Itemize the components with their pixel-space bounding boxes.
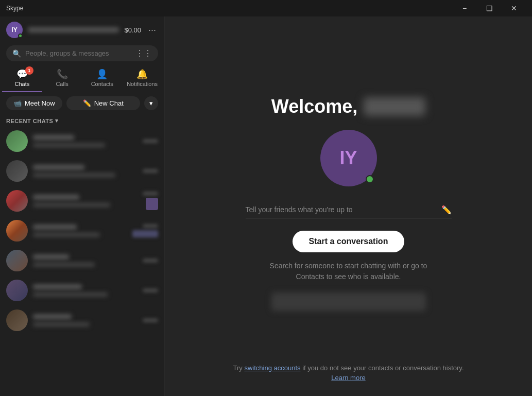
maximize-button[interactable]: ❑ (477, 0, 501, 16)
footer-pre-text: Try (233, 364, 244, 372)
chat-meta (132, 224, 158, 237)
contacts-icon: 👤 (96, 68, 108, 80)
chat-info (33, 254, 138, 267)
chat-preview-blur (33, 322, 90, 326)
online-status-dot (18, 33, 23, 38)
chat-avatar (6, 220, 28, 242)
chat-name-blur (33, 135, 74, 140)
video-icon: 📹 (13, 99, 22, 107)
chat-avatar (6, 190, 28, 212)
chat-time-blur (143, 318, 158, 322)
main-content: Welcome, IY Tell your friends what you'r… (165, 16, 532, 396)
chats-label: Chats (15, 81, 30, 87)
chat-name-blur (33, 225, 77, 230)
search-bar[interactable]: 🔍 ⋮⋮ (6, 45, 158, 61)
list-item[interactable] (0, 246, 164, 276)
status-input-area[interactable]: Tell your friends what you're up to ✏️ (246, 205, 452, 218)
chat-info (33, 284, 138, 297)
chat-name-blur (33, 284, 82, 289)
nav-tabs: 💬 1 Chats 📞 Calls 👤 Contacts 🔔 Notificat… (0, 65, 164, 92)
chat-unread-badge (146, 198, 158, 210)
welcome-section: Welcome, IY (271, 96, 425, 195)
chat-avatar (6, 309, 28, 331)
chat-avatar (6, 250, 28, 271)
chat-avatar (6, 160, 28, 182)
app-title: Skype (6, 5, 453, 12)
chat-time-blur (143, 224, 158, 228)
edit-compose-icon: ✏️ (83, 99, 91, 107)
more-options-button[interactable]: ··· (146, 23, 158, 38)
chat-meta (143, 169, 158, 173)
list-item[interactable] (0, 305, 164, 335)
profile-credit: $0.00 (124, 26, 141, 34)
conv-desc-line2: Contacts to see who is available. (296, 272, 401, 281)
avatar-initials: IY (339, 147, 357, 169)
search-icon: 🔍 (12, 49, 21, 58)
blurred-content-bar (271, 292, 426, 311)
list-item[interactable] (0, 276, 164, 305)
chat-preview-blur (33, 263, 95, 267)
recent-chats-label[interactable]: RECENT CHATS ▾ (0, 114, 164, 126)
chat-info (33, 165, 138, 177)
chat-preview-blur (33, 143, 105, 147)
chat-meta (143, 259, 158, 263)
chat-meta (143, 318, 158, 322)
footer-text: Try switching accounts if you do not see… (233, 364, 464, 382)
minimize-button[interactable]: − (453, 0, 476, 16)
status-placeholder: Tell your friends what you're up to (246, 205, 436, 214)
chat-time-blur (143, 169, 158, 173)
chat-list (0, 126, 164, 396)
meet-now-button[interactable]: 📹 Meet Now (6, 96, 62, 110)
profile-online-dot (366, 175, 374, 183)
list-item[interactable] (0, 186, 164, 216)
profile-name-blur (28, 27, 119, 32)
contacts-label: Contacts (91, 81, 113, 87)
calls-icon: 📞 (57, 68, 68, 80)
chat-preview-blur (33, 233, 100, 237)
learn-more-link[interactable]: Learn more (233, 374, 464, 382)
list-item[interactable] (0, 156, 164, 186)
chat-info (33, 135, 138, 147)
welcome-text: Welcome, (271, 96, 425, 117)
list-item[interactable] (0, 126, 164, 156)
tab-notifications[interactable]: 🔔 Notifications (122, 65, 162, 92)
new-chat-label: New Chat (94, 99, 124, 107)
window-controls: − ❑ ✕ (453, 0, 526, 16)
conversation-description: Search for someone to start chatting wit… (270, 261, 427, 282)
chat-time-blur (143, 288, 158, 292)
close-button[interactable]: ✕ (502, 0, 526, 16)
chat-time-blur (143, 192, 158, 196)
avatar[interactable]: IY (6, 22, 23, 38)
sidebar: IY $0.00 ··· 🔍 ⋮⋮ 💬 1 Chats 📞 Calls (0, 16, 165, 396)
profile-avatar-large[interactable]: IY (320, 130, 377, 186)
tab-contacts[interactable]: 👤 Contacts (82, 65, 123, 92)
chat-time-blur (143, 139, 158, 143)
list-item[interactable] (0, 216, 164, 246)
chat-info (33, 195, 138, 207)
footer-post-text: if you do not see your contacts or conve… (301, 364, 464, 372)
chevron-down-icon: ▾ (55, 117, 59, 124)
chat-meta (143, 192, 158, 210)
new-chat-button[interactable]: ✏️ New Chat (66, 96, 140, 110)
chat-preview-blur (33, 203, 110, 207)
chat-preview-blur (33, 173, 115, 177)
chat-name-blur (33, 165, 84, 170)
chat-avatar (6, 130, 28, 152)
switching-accounts-link[interactable]: switching accounts (244, 364, 300, 372)
chat-info (33, 314, 138, 326)
chats-badge: 1 (25, 66, 33, 75)
chat-info (33, 225, 127, 237)
start-conversation-button[interactable]: Start a conversation (293, 231, 405, 252)
edit-status-icon[interactable]: ✏️ (441, 205, 452, 215)
calls-label: Calls (56, 81, 68, 87)
grid-button[interactable]: ⋮⋮ (135, 48, 152, 58)
tab-chats[interactable]: 💬 1 Chats (2, 65, 42, 92)
new-chat-dropdown-button[interactable]: ▾ (144, 96, 158, 110)
chat-name-blur (33, 254, 69, 260)
tab-calls[interactable]: 📞 Calls (42, 65, 82, 92)
search-input[interactable] (25, 49, 131, 57)
meet-now-label: Meet Now (25, 99, 55, 107)
chat-meta (143, 139, 158, 143)
action-buttons: 📹 Meet Now ✏️ New Chat ▾ (0, 92, 164, 114)
chat-meta (143, 288, 158, 292)
